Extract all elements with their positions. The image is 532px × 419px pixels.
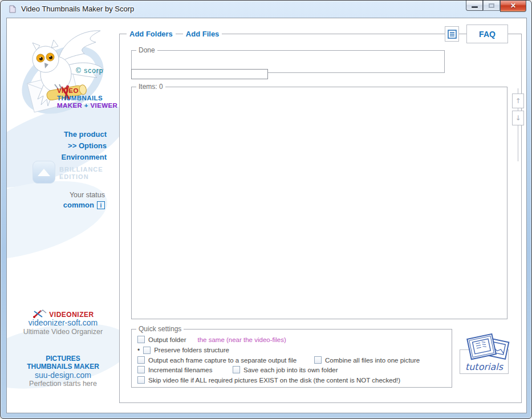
quick-settings-legend: Quick settings — [136, 325, 184, 333]
edition-label: BRILLIANCE EDITION — [59, 166, 103, 181]
output-folder-checkbox[interactable] — [137, 336, 145, 343]
owl-logo — [10, 27, 110, 124]
skip-video-row: Skip video file if ALL required pictures… — [137, 376, 400, 384]
tutorials-label: tutorials — [460, 361, 508, 372]
sidebar: © scorp VIDEO THUMBNAILS MAKER + VIEWER … — [7, 18, 119, 413]
status-row: common i — [63, 201, 105, 209]
add-folders-button[interactable]: Add Folders — [127, 29, 176, 40]
incremental-filenames-label: Incremental filenames — [148, 367, 213, 373]
combine-files-checkbox[interactable] — [314, 356, 322, 364]
progress-bar — [131, 69, 268, 79]
faq-button[interactable]: FAQ — [466, 25, 508, 43]
close-icon: ✕ — [510, 2, 516, 9]
preserve-structure-label: Preserve folders structure — [154, 347, 229, 353]
panel-legend: Add Folders Add Files — [127, 29, 222, 40]
triangle-up-icon — [38, 169, 50, 176]
main-panel: Add Folders Add Files FAQ Done Items: 0 … — [119, 34, 522, 403]
status-value[interactable]: common — [63, 201, 94, 209]
combine-files-label: Combine all files into one picture — [325, 357, 420, 364]
info-icon[interactable]: i — [97, 201, 105, 209]
combine-row: Combine all files into one picture — [314, 356, 420, 364]
sidebar-nav: The product >> Options Environment — [62, 129, 107, 163]
preserve-structure-row: • Preserve folders structure — [137, 346, 229, 354]
your-status-label: Your status — [70, 191, 105, 199]
save-job-label: Save each job into its own folder — [243, 367, 338, 373]
incremental-row: Incremental filenames — [137, 366, 213, 373]
maximize-button[interactable] — [483, 0, 500, 11]
logo-line-thumbnails: THUMBNAILS — [57, 95, 117, 102]
minimize-icon — [472, 6, 478, 8]
title-bar: Video Thumbnails Maker by Scorp ✕ — [1, 1, 531, 18]
output-folder-label: Output folder — [148, 336, 186, 343]
maximize-icon — [489, 3, 494, 8]
ptm-line1: PICTURES — [7, 355, 119, 363]
skip-video-checkbox[interactable] — [137, 376, 145, 384]
nav-options[interactable]: >> Options — [62, 140, 107, 152]
separate-output-label: Output each frame capture to a separate … — [148, 357, 297, 364]
close-button[interactable]: ✕ — [500, 0, 526, 12]
app-window: Video Thumbnails Maker by Scorp ✕ — [0, 0, 532, 419]
ptm-tagline: Perfection starts here — [7, 380, 119, 388]
arrow-up-icon: ↑ — [515, 97, 521, 105]
list-view-button[interactable] — [445, 26, 459, 42]
videonizer-site-link[interactable]: videonizer-soft.com — [7, 318, 119, 327]
tutorials-button[interactable]: tutorials — [460, 349, 509, 374]
arrow-down-icon: ↓ — [515, 114, 521, 122]
client-area: © scorp VIDEO THUMBNAILS MAKER + VIEWER … — [6, 18, 527, 413]
logo-line-video: VIDEO — [57, 87, 117, 95]
minimize-button[interactable] — [466, 0, 483, 11]
move-down-button[interactable]: ↓ — [512, 111, 524, 125]
separate-file-row: Output each frame capture to a separate … — [137, 356, 297, 364]
nav-the-product[interactable]: The product — [62, 129, 107, 140]
items-legend: Items: 0 — [136, 83, 165, 91]
videonizer-title: VIDEONIZER — [49, 311, 94, 319]
quick-settings-groupbox: Quick settings Output folder the same (n… — [131, 329, 452, 388]
done-legend: Done — [136, 46, 157, 54]
skip-video-label: Skip video file if ALL required pictures… — [148, 377, 400, 384]
scorp-copyright: © scorp — [76, 67, 104, 75]
save-job-checkbox[interactable] — [233, 366, 240, 373]
separate-output-checkbox[interactable] — [137, 356, 145, 364]
output-folder-row: Output folder the same (near the video-f… — [137, 336, 286, 343]
preserve-structure-checkbox[interactable] — [143, 347, 151, 354]
list-icon — [448, 30, 457, 39]
ptm-line2: THUMBNAILS MAKER — [7, 363, 119, 371]
incremental-filenames-checkbox[interactable] — [137, 366, 145, 373]
window-title: Video Thumbnails Maker by Scorp — [21, 5, 134, 13]
logo-line-maker-viewer: MAKER + VIEWER — [57, 102, 117, 109]
nav-environment[interactable]: Environment — [62, 152, 107, 163]
save-job-row: Save each job into its own folder — [233, 366, 338, 373]
move-up-button[interactable]: ↑ — [512, 93, 524, 108]
items-listbox[interactable]: Items: 0 — [131, 87, 507, 319]
videonizer-tagline: Ultimate Video Organizer — [7, 328, 119, 336]
add-files-button[interactable]: Add Files — [183, 29, 222, 40]
output-folder-value-link[interactable]: the same (near the video-files) — [197, 336, 286, 343]
app-icon — [8, 5, 17, 14]
app-logo-title: VIDEO THUMBNAILS MAKER + VIEWER — [57, 87, 117, 109]
brilliance-edition-icon[interactable] — [33, 161, 55, 184]
suu-design-link[interactable]: suu-design.com — [7, 371, 119, 380]
bullet-icon: • — [137, 346, 140, 354]
